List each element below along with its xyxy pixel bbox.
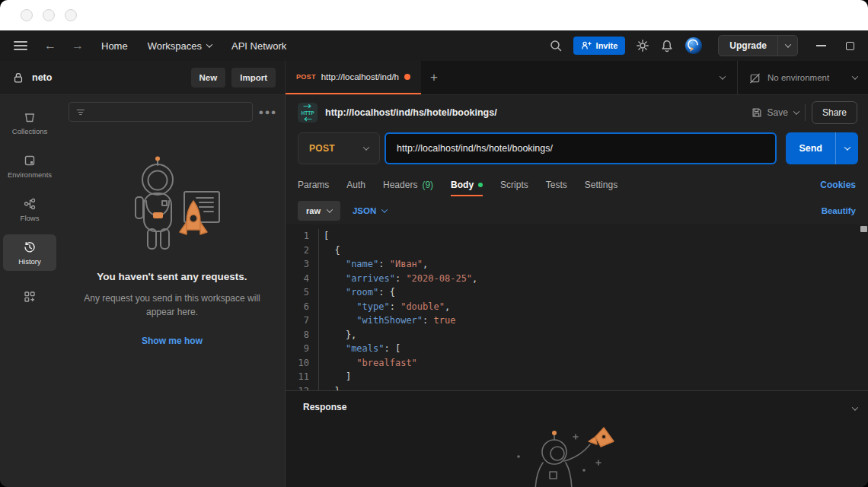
chevron-down-icon: [206, 41, 212, 47]
back-icon[interactable]: ←: [37, 39, 64, 53]
configure-sidebar-button[interactable]: [23, 290, 37, 304]
code-line[interactable]: 12 }: [286, 384, 868, 391]
cookies-link[interactable]: Cookies: [820, 180, 856, 190]
sidebar-item-label: Environments: [8, 170, 52, 179]
new-tab-button[interactable]: +: [421, 61, 447, 94]
code-line[interactable]: 2 {: [286, 244, 868, 258]
tab-options-chevron[interactable]: [708, 61, 737, 94]
environments-icon: [23, 154, 37, 167]
no-environment-icon: [748, 72, 761, 84]
tab-auth[interactable]: Auth: [346, 173, 365, 196]
invite-button[interactable]: Invite: [573, 37, 626, 55]
body-format-bar: raw JSON Beautify: [286, 196, 868, 224]
save-label: Save: [767, 107, 788, 118]
method-label: POST: [309, 143, 335, 154]
menu-icon[interactable]: [14, 41, 27, 50]
tab-label: Tests: [546, 180, 567, 190]
send-button[interactable]: Send: [786, 132, 858, 164]
code-line[interactable]: 7 "withShower": true: [286, 314, 868, 328]
unsaved-dot-icon: [404, 74, 410, 80]
code-line[interactable]: 3 "name": "Иван",: [286, 257, 868, 272]
app-minimize-icon[interactable]: [816, 45, 826, 46]
search-icon[interactable]: [549, 39, 563, 53]
more-options-icon[interactable]: ●●●: [259, 107, 277, 116]
zoom-window-button[interactable]: [65, 9, 77, 21]
headers-count: (9): [422, 180, 433, 190]
code-line[interactable]: 8 },: [286, 328, 868, 342]
tab-params[interactable]: Params: [298, 173, 329, 196]
request-tab[interactable]: POST http://localhost/ind/hs,: [286, 61, 421, 94]
nav-api-network[interactable]: API Network: [231, 40, 286, 52]
main-area: Collections Environments Flows History: [0, 95, 868, 487]
sidebar-item-label: Flows: [21, 214, 40, 222]
tab-body[interactable]: Body: [451, 173, 483, 196]
request-title: http://localhost/ind/hs/hotel/bookings/: [325, 107, 497, 118]
save-icon: [751, 107, 763, 119]
tab-method-label: POST: [296, 73, 316, 81]
forward-icon[interactable]: →: [64, 39, 91, 53]
filter-icon: [75, 107, 86, 118]
minimize-window-button[interactable]: [43, 9, 55, 21]
chevron-down-icon: [852, 404, 858, 410]
tab-scripts[interactable]: Scripts: [500, 173, 528, 196]
show-me-how-link[interactable]: Show me how: [142, 336, 203, 346]
grid-plus-icon: [23, 290, 37, 304]
empty-state-title: You haven't sent any requests.: [97, 271, 247, 282]
settings-gear-icon[interactable]: [636, 39, 649, 53]
workspace-name[interactable]: neto: [32, 72, 52, 83]
sidebar-item-flows[interactable]: Flows: [3, 191, 56, 228]
nav-home[interactable]: Home: [101, 40, 128, 52]
workspace-header: neto New Import: [0, 61, 286, 94]
save-button[interactable]: Save: [751, 107, 788, 119]
import-button[interactable]: Import: [231, 68, 276, 88]
tab-tests[interactable]: Tests: [546, 173, 567, 196]
response-collapse-chevron[interactable]: [853, 400, 857, 414]
body-modified-dot: [478, 183, 483, 187]
code-lines: 1[2 {3 "name": "Иван",4 "arrives": "2020…: [286, 229, 868, 390]
empty-state-body: Any request you send in this workspace w…: [76, 291, 268, 319]
editor-scrollbar[interactable]: [860, 226, 867, 232]
filter-input[interactable]: [91, 107, 246, 116]
save-dropdown-chevron[interactable]: [793, 108, 799, 114]
sidebar-item-collections[interactable]: Collections: [3, 104, 56, 141]
nav-workspaces-label: Workspaces: [148, 40, 202, 52]
url-input[interactable]: [385, 132, 777, 164]
new-button[interactable]: New: [191, 68, 226, 88]
titlebar: [0, 0, 868, 30]
sidebar-rail: Collections Environments Flows History: [0, 95, 59, 487]
request-panel: HTTP http://localhost/ind/hs/hotel/booki…: [286, 95, 868, 487]
code-line[interactable]: 1[: [286, 229, 868, 244]
nav-workspaces[interactable]: Workspaces: [148, 40, 212, 52]
nav-home-label: Home: [101, 40, 128, 52]
code-line[interactable]: 10 "brealfast": [286, 356, 868, 371]
beautify-link[interactable]: Beautify: [822, 206, 856, 215]
upgrade-button[interactable]: Upgrade: [718, 35, 798, 56]
tab-headers[interactable]: Headers(9): [383, 173, 433, 196]
share-button[interactable]: Share: [812, 101, 857, 124]
flows-icon: [23, 197, 37, 211]
tab-settings[interactable]: Settings: [585, 173, 617, 196]
notifications-bell-icon[interactable]: [660, 39, 674, 53]
app-maximize-icon[interactable]: [846, 42, 854, 50]
code-line[interactable]: 9 "meals": [: [286, 342, 868, 356]
code-line[interactable]: 11 ]: [286, 370, 868, 384]
sidebar-item-environments[interactable]: Environments: [3, 148, 56, 184]
environment-selector[interactable]: No environment: [737, 61, 868, 94]
send-dropdown[interactable]: [835, 132, 858, 164]
upgrade-dropdown[interactable]: [777, 36, 797, 56]
body-editor[interactable]: 1[2 {3 "name": "Иван",4 "arrives": "2020…: [286, 224, 868, 390]
close-window-button[interactable]: [21, 9, 33, 21]
app-header: ← → Home Workspaces API Network Invite: [0, 30, 868, 61]
body-language-select[interactable]: JSON: [353, 206, 387, 215]
body-format-select[interactable]: raw: [298, 201, 340, 221]
chevron-down-icon: [852, 73, 858, 79]
empty-state: You haven't sent any requests. Any reque…: [59, 154, 285, 346]
code-line[interactable]: 5 "room": {: [286, 285, 868, 300]
method-select[interactable]: POST: [298, 132, 380, 164]
sidebar-item-history[interactable]: History: [3, 234, 56, 271]
tab-label: Body: [451, 180, 474, 190]
code-line[interactable]: 6 "type": "double",: [286, 300, 868, 314]
environment-label: No environment: [767, 73, 829, 82]
code-line[interactable]: 4 "arrives": "2020-08-25",: [286, 272, 868, 286]
account-avatar[interactable]: [685, 37, 703, 55]
